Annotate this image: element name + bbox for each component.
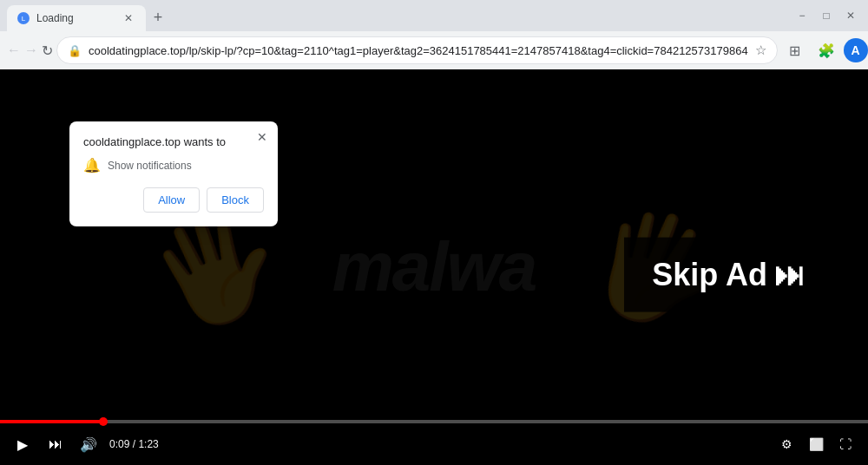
extensions-button[interactable]: 🧩: [812, 36, 840, 64]
new-tab-button[interactable]: +: [146, 5, 170, 29]
refresh-button[interactable]: ↻: [42, 36, 53, 64]
theater-button[interactable]: ⬜: [804, 432, 828, 456]
page-content: 🖐 malwa 🖐 Skip Ad ⏭ ▶ ⏭ 🔊 0:09 / 1:23: [0, 69, 868, 465]
close-button[interactable]: ✕: [840, 5, 861, 26]
skip-ad-label: Skip Ad: [652, 257, 767, 293]
allow-button[interactable]: Allow: [143, 187, 200, 213]
malware-text: malwa: [332, 227, 536, 307]
popup-title: cooldatingplace.top wants to: [83, 135, 264, 148]
url-text: cooldatingplace.top/lp/skip-lp/?cp=10&ta…: [89, 44, 748, 57]
bell-icon: 🔔: [83, 157, 101, 174]
skip-ad-icon: ⏭: [774, 257, 806, 293]
block-button[interactable]: Block: [207, 187, 264, 213]
fullscreen-button[interactable]: ⛶: [833, 432, 858, 456]
tabs-area: L Loading ✕ +: [7, 0, 785, 31]
back-button[interactable]: ←: [7, 36, 21, 64]
play-button[interactable]: ▶: [10, 432, 35, 456]
browser-window: L Loading ✕ + − □ ✕ ← → ↻ 🔒 cooldatingpl…: [0, 0, 868, 465]
notification-popup: ✕ cooldatingplace.top wants to 🔔 Show no…: [69, 121, 278, 226]
forward-button[interactable]: →: [24, 36, 38, 64]
skip-ad-button[interactable]: Skip Ad ⏭: [624, 238, 833, 312]
permission-text: Show notifications: [108, 160, 192, 172]
security-icon: 🔒: [68, 44, 82, 57]
active-tab[interactable]: L Loading ✕: [7, 5, 146, 31]
total-time: 1:23: [138, 438, 158, 450]
current-time: 0:09: [109, 438, 129, 450]
apps-button[interactable]: ⊞: [781, 36, 809, 64]
tab-close-button[interactable]: ✕: [122, 11, 135, 25]
window-controls: − □ ✕: [792, 5, 861, 26]
time-separator: /: [133, 438, 135, 450]
right-controls: ⚙ ⬜ ⛶: [774, 432, 858, 456]
bookmark-icon[interactable]: ☆: [755, 43, 766, 58]
tab-title: Loading: [36, 12, 115, 24]
popup-actions: Allow Block: [83, 187, 264, 213]
permission-row: 🔔 Show notifications: [83, 157, 264, 174]
time-display: 0:09 / 1:23: [109, 438, 159, 450]
address-bar[interactable]: 🔒 cooldatingplace.top/lp/skip-lp/?cp=10&…: [56, 36, 778, 64]
volume-button[interactable]: 🔊: [76, 432, 101, 456]
settings-button[interactable]: ⚙: [774, 432, 799, 456]
title-bar: L Loading ✕ + − □ ✕: [0, 0, 868, 31]
video-controls: ▶ ⏭ 🔊 0:09 / 1:23 ⚙ ⬜ ⛶: [0, 423, 868, 465]
next-button[interactable]: ⏭: [43, 432, 68, 456]
maximize-button[interactable]: □: [816, 5, 837, 26]
profile-button[interactable]: A: [844, 38, 868, 62]
toolbar-icons: ⊞ 🧩 A: [781, 36, 868, 64]
tab-favicon: L: [17, 12, 30, 24]
nav-bar: ← → ↻ 🔒 cooldatingplace.top/lp/skip-lp/?…: [0, 31, 868, 69]
minimize-button[interactable]: −: [792, 5, 812, 26]
popup-close-button[interactable]: ✕: [253, 128, 271, 146]
